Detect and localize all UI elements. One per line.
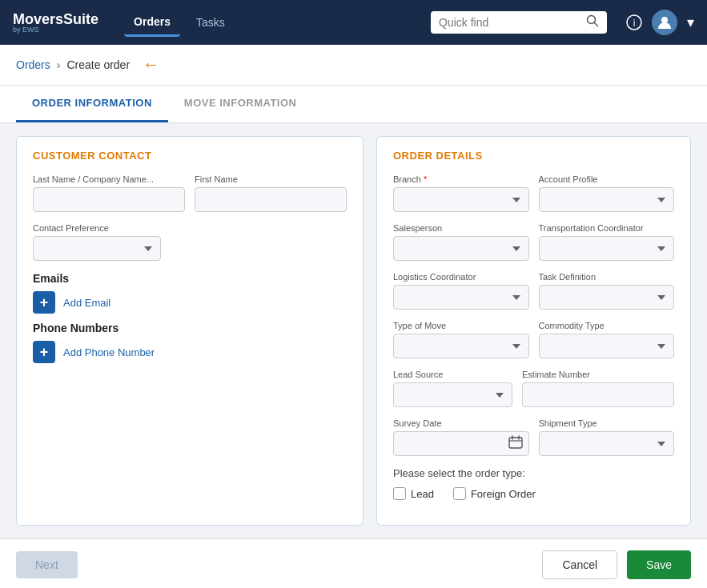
salesperson-transport-row: Salesperson Transportation Coordinator bbox=[393, 223, 674, 261]
search-input[interactable] bbox=[439, 16, 580, 29]
last-name-label: Last Name / Company Name... bbox=[33, 174, 185, 184]
lead-source-label: Lead Source bbox=[393, 370, 512, 379]
svg-point-4 bbox=[661, 17, 668, 23]
customer-contact-title: CUSTOMER CONTACT bbox=[33, 150, 347, 162]
name-row: Last Name / Company Name... First Name bbox=[33, 174, 347, 212]
branch-required: * bbox=[424, 174, 427, 184]
survey-date-input[interactable] bbox=[393, 431, 529, 456]
search-box bbox=[431, 11, 607, 34]
branch-label: Branch * bbox=[393, 174, 529, 184]
phone-numbers-section-label: Phone Numbers bbox=[33, 322, 347, 334]
nav-item-tasks[interactable]: Tasks bbox=[187, 10, 235, 35]
lead-checkbox-label: Lead bbox=[411, 488, 434, 500]
breadcrumb-current: Create order bbox=[66, 58, 130, 71]
branch-select[interactable] bbox=[393, 187, 529, 212]
task-def-group: Task Definition bbox=[539, 272, 675, 310]
logistics-coord-group: Logistics Coordinator bbox=[393, 272, 529, 310]
first-name-label: First Name bbox=[195, 174, 347, 184]
survey-date-label: Survey Date bbox=[393, 418, 529, 428]
footer: Next Cancel Save bbox=[0, 538, 707, 588]
breadcrumb-separator: › bbox=[57, 58, 61, 71]
commodity-type-label: Commodity Type bbox=[539, 321, 675, 330]
logistics-coord-label: Logistics Coordinator bbox=[393, 272, 529, 282]
commodity-type-select[interactable] bbox=[539, 334, 675, 358]
contact-pref-label: Contact Preference bbox=[33, 223, 161, 233]
foreign-order-checkbox-label: Foreign Order bbox=[471, 488, 536, 500]
lead-source-select[interactable] bbox=[393, 382, 512, 407]
foreign-order-checkbox-item[interactable]: Foreign Order bbox=[453, 487, 536, 500]
breadcrumb: Orders › Create order ← bbox=[0, 45, 707, 86]
task-def-select[interactable] bbox=[539, 285, 675, 310]
transport-coord-select[interactable] bbox=[539, 236, 675, 261]
survey-date-input-wrapper bbox=[393, 431, 529, 456]
back-arrow-icon[interactable]: ← bbox=[143, 54, 160, 75]
logo-text: MoversSuite bbox=[13, 12, 98, 26]
salesperson-select[interactable] bbox=[393, 236, 529, 261]
add-phone-button[interactable]: + Add Phone Number bbox=[33, 341, 347, 363]
contact-preference-select[interactable] bbox=[33, 236, 161, 261]
type-of-move-select[interactable] bbox=[393, 334, 529, 358]
lead-checkbox[interactable] bbox=[393, 487, 406, 500]
survey-date-group: Survey Date bbox=[393, 418, 529, 456]
estimate-number-label: Estimate Number bbox=[522, 370, 674, 379]
customer-contact-panel: CUSTOMER CONTACT Last Name / Company Nam… bbox=[16, 136, 364, 526]
nav-item-orders[interactable]: Orders bbox=[124, 9, 180, 37]
salesperson-label: Salesperson bbox=[393, 223, 529, 233]
account-profile-label: Account Profile bbox=[539, 174, 675, 184]
first-name-group: First Name bbox=[195, 174, 347, 212]
svg-text:i: i bbox=[633, 18, 636, 29]
add-email-icon: + bbox=[33, 291, 55, 314]
user-menu-chevron[interactable]: ▾ bbox=[687, 14, 694, 31]
tab-move-information[interactable]: MOVE INFORMATION bbox=[168, 86, 313, 122]
add-phone-label: Add Phone Number bbox=[63, 346, 155, 358]
next-button[interactable]: Next bbox=[16, 551, 78, 578]
commodity-type-group: Commodity Type bbox=[539, 321, 675, 358]
survey-shipment-row: Survey Date Shipment Type bbox=[393, 418, 674, 456]
branch-group: Branch * bbox=[393, 174, 529, 212]
footer-right-actions: Cancel Save bbox=[542, 550, 691, 579]
last-name-input[interactable] bbox=[33, 187, 185, 212]
order-details-panel: ORDER DETAILS Branch * Account Profile bbox=[376, 136, 691, 526]
last-name-group: Last Name / Company Name... bbox=[33, 174, 185, 212]
add-email-button[interactable]: + Add Email bbox=[33, 291, 347, 314]
lead-estimate-row: Lead Source Estimate Number bbox=[393, 370, 674, 407]
move-commodity-row: Type of Move Commodity Type bbox=[393, 321, 674, 358]
main-content: CUSTOMER CONTACT Last Name / Company Nam… bbox=[0, 123, 707, 538]
tabs-bar: ORDER INFORMATION MOVE INFORMATION bbox=[0, 86, 707, 123]
transport-coord-group: Transportation Coordinator bbox=[539, 223, 675, 261]
header: MoversSuite by EWS Orders Tasks i ▾ bbox=[0, 0, 707, 45]
estimate-number-input[interactable] bbox=[522, 382, 674, 407]
logo: MoversSuite by EWS bbox=[13, 12, 98, 34]
header-icons: i ▾ bbox=[626, 10, 694, 35]
add-phone-icon: + bbox=[33, 341, 55, 363]
order-details-title: ORDER DETAILS bbox=[393, 150, 674, 162]
logistics-task-row: Logistics Coordinator Task Definition bbox=[393, 272, 674, 310]
account-profile-select[interactable] bbox=[539, 187, 675, 212]
lead-checkbox-item[interactable]: Lead bbox=[393, 487, 434, 500]
order-type-checkboxes: Lead Foreign Order bbox=[393, 487, 674, 500]
foreign-order-checkbox[interactable] bbox=[453, 487, 466, 500]
emails-section-label: Emails bbox=[33, 272, 347, 285]
account-profile-group: Account Profile bbox=[539, 174, 675, 212]
logistics-coord-select[interactable] bbox=[393, 285, 529, 310]
tab-order-information[interactable]: ORDER INFORMATION bbox=[16, 86, 168, 122]
transport-coord-label: Transportation Coordinator bbox=[539, 223, 675, 233]
type-of-move-group: Type of Move bbox=[393, 321, 529, 358]
shipment-type-select[interactable] bbox=[539, 431, 675, 456]
main-nav: Orders Tasks bbox=[124, 9, 235, 37]
first-name-input[interactable] bbox=[195, 187, 347, 212]
search-icon bbox=[586, 14, 599, 30]
contact-preference-group: Contact Preference bbox=[33, 223, 161, 261]
estimate-number-group: Estimate Number bbox=[522, 370, 674, 407]
order-type-prompt: Please select the order type: bbox=[393, 467, 674, 479]
avatar[interactable] bbox=[652, 10, 677, 35]
info-button[interactable]: i bbox=[626, 14, 642, 30]
svg-line-1 bbox=[595, 23, 598, 26]
type-of-move-label: Type of Move bbox=[393, 321, 529, 330]
lead-source-group: Lead Source bbox=[393, 370, 512, 407]
save-button[interactable]: Save bbox=[627, 550, 691, 579]
cancel-button[interactable]: Cancel bbox=[542, 550, 617, 579]
shipment-type-label: Shipment Type bbox=[539, 418, 675, 428]
branch-account-row: Branch * Account Profile bbox=[393, 174, 674, 212]
breadcrumb-orders-link[interactable]: Orders bbox=[16, 58, 50, 71]
